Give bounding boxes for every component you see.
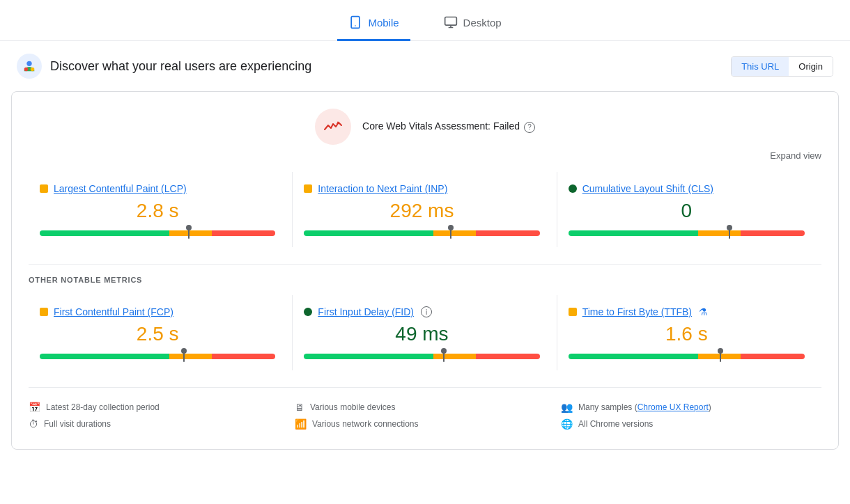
metric-value-cls: 0 <box>569 200 805 222</box>
assessment-info-icon[interactable]: ? <box>524 122 535 133</box>
svg-point-4 <box>31 68 35 72</box>
metric-item-inp: Interaction to Next Paint (INP) 292 ms <box>293 172 557 247</box>
desktop-icon <box>444 15 458 29</box>
core-metrics-grid: Largest Contentful Paint (LCP) 2.8 s Int… <box>29 172 821 247</box>
footer-icon-1-1: 📅 <box>29 402 40 413</box>
svg-rect-2 <box>445 17 456 26</box>
assessment-title: Core Web Vitals Assessment: Failed ? <box>362 120 535 133</box>
progress-bar-ttfb <box>569 354 805 359</box>
footer-text-3-1: Many samples (Chrome UX Report) <box>578 402 711 412</box>
progress-bar-fcp <box>40 354 275 359</box>
footer-info: 📅 Latest 28-day collection period ⏱ Full… <box>29 387 821 432</box>
metric-dot-lcp <box>40 184 48 193</box>
metric-dot-ttfb <box>569 308 577 316</box>
metric-item-cls: Cumulative Layout Shift (CLS) 0 <box>557 172 821 247</box>
metric-dot-inp <box>304 184 312 193</box>
footer-item-2-2: 📶 Various network connections <box>295 416 555 432</box>
metric-link-ttfb[interactable]: Time to First Byte (TTFB) <box>582 306 692 317</box>
main-card: Core Web Vitals Assessment: Failed ? Exp… <box>11 91 839 450</box>
section-divider <box>29 264 821 265</box>
footer-text-1-2: Full visit durations <box>44 419 111 429</box>
footer-item-3-1: 👥 Many samples (Chrome UX Report) <box>561 399 821 416</box>
avatar <box>17 54 42 79</box>
tab-desktop-label: Desktop <box>463 17 502 29</box>
metric-label-fcp: First Contentful Paint (FCP) <box>40 306 275 317</box>
other-metrics-label: OTHER NOTABLE METRICS <box>29 276 821 284</box>
footer-text-3-2: All Chrome versions <box>578 419 653 429</box>
metric-value-ttfb: 1.6 s <box>569 323 805 345</box>
footer-text-2-1: Various mobile devices <box>310 402 396 412</box>
footer-item-2-1: 🖥 Various mobile devices <box>295 399 555 416</box>
metric-link-fcp[interactable]: First Contentful Paint (FCP) <box>54 306 173 317</box>
tab-mobile[interactable]: Mobile <box>337 8 410 41</box>
metric-label-fid: First Input Delay (FID) i <box>304 306 539 317</box>
url-origin-toggle: This URL Origin <box>731 56 833 77</box>
metric-value-fcp: 2.5 s <box>40 323 275 345</box>
footer-item-3-2: 🌐 All Chrome versions <box>561 416 821 432</box>
mobile-icon <box>348 15 362 29</box>
metric-item-fcp: First Contentful Paint (FCP) 2.5 s <box>29 295 293 370</box>
footer-link-3-1[interactable]: Chrome UX Report <box>638 402 709 412</box>
assessment-header: Core Web Vitals Assessment: Failed ? <box>29 109 821 145</box>
metric-value-inp: 292 ms <box>304 200 539 222</box>
tab-bar: Mobile Desktop <box>0 0 850 41</box>
metric-item-lcp: Largest Contentful Paint (LCP) 2.8 s <box>29 172 293 247</box>
expand-view[interactable]: Expand view <box>29 150 821 161</box>
metric-label-ttfb: Time to First Byte (TTFB) ⚗ <box>569 306 805 317</box>
metric-flask-icon: ⚗ <box>699 306 708 317</box>
metric-dot-cls <box>569 184 577 193</box>
header-left: Discover what your real users are experi… <box>17 54 311 79</box>
progress-bar-cls <box>569 230 805 236</box>
metric-label-inp: Interaction to Next Paint (INP) <box>304 183 539 194</box>
origin-button[interactable]: Origin <box>789 57 833 76</box>
svg-point-1 <box>355 25 357 26</box>
metric-item-fid: First Input Delay (FID) i 49 ms <box>293 295 557 370</box>
footer-col-3: 👥 Many samples (Chrome UX Report) 🌐 All … <box>561 399 821 432</box>
svg-rect-0 <box>352 17 360 29</box>
metric-value-lcp: 2.8 s <box>40 200 275 222</box>
assessment-status: Failed <box>493 120 520 132</box>
progress-bar-inp <box>304 230 539 236</box>
metric-dot-fid <box>304 308 312 316</box>
metric-label-lcp: Largest Contentful Paint (LCP) <box>40 183 275 194</box>
footer-item-1-2: ⏱ Full visit durations <box>29 416 289 432</box>
other-metrics-grid: First Contentful Paint (FCP) 2.5 s First… <box>29 295 821 370</box>
svg-point-5 <box>24 68 29 72</box>
tab-desktop[interactable]: Desktop <box>433 8 513 41</box>
assessment-title-text: Core Web Vitals Assessment: <box>362 120 490 132</box>
metric-link-inp[interactable]: Interaction to Next Paint (INP) <box>318 183 447 194</box>
metric-link-cls[interactable]: Cumulative Layout Shift (CLS) <box>582 183 713 194</box>
metric-label-cls: Cumulative Layout Shift (CLS) <box>569 183 805 194</box>
metric-link-lcp[interactable]: Largest Contentful Paint (LCP) <box>54 183 187 194</box>
footer-item-1-1: 📅 Latest 28-day collection period <box>29 399 289 416</box>
footer-col-1: 📅 Latest 28-day collection period ⏱ Full… <box>29 399 289 432</box>
metric-dot-fcp <box>40 308 48 316</box>
footer-icon-2-2: 📶 <box>295 418 307 430</box>
progress-bar-lcp <box>40 230 275 236</box>
header-title: Discover what your real users are experi… <box>50 59 311 74</box>
metric-info-icon[interactable]: i <box>421 306 432 317</box>
metric-value-fid: 49 ms <box>304 323 539 345</box>
metric-item-ttfb: Time to First Byte (TTFB) ⚗ 1.6 s <box>557 295 821 370</box>
footer-text-2-2: Various network connections <box>312 419 419 429</box>
footer-icon-2-1: 🖥 <box>295 402 304 413</box>
svg-point-3 <box>26 61 31 66</box>
footer-text-1-1: Latest 28-day collection period <box>46 402 160 412</box>
metric-link-fid[interactable]: First Input Delay (FID) <box>318 306 414 317</box>
progress-bar-fid <box>304 354 539 359</box>
assessment-icon <box>315 109 351 145</box>
this-url-button[interactable]: This URL <box>732 57 789 76</box>
footer-icon-1-2: ⏱ <box>29 418 38 430</box>
footer-icon-3-2: 🌐 <box>561 418 573 430</box>
header-row: Discover what your real users are experi… <box>0 41 850 91</box>
tab-mobile-label: Mobile <box>368 17 399 29</box>
footer-icon-3-1: 👥 <box>561 402 573 413</box>
footer-col-2: 🖥 Various mobile devices 📶 Various netwo… <box>295 399 555 432</box>
